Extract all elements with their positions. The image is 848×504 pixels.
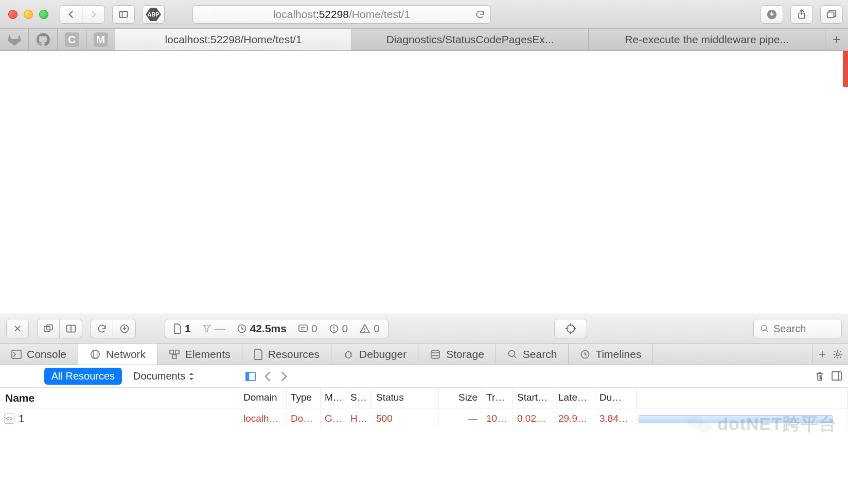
reload-button[interactable] — [475, 9, 485, 20]
pinned-tab-m[interactable]: M — [86, 29, 115, 50]
storage-icon — [430, 349, 441, 359]
col-header-type[interactable]: Type — [287, 388, 321, 408]
dock-side-button[interactable] — [60, 319, 82, 338]
col-header-latency[interactable]: Late… — [554, 388, 595, 408]
col-header-size[interactable]: Size — [439, 388, 482, 408]
cell-scheme: H… — [346, 410, 372, 427]
debugger-icon — [343, 349, 354, 359]
trash-icon — [815, 371, 824, 382]
devtab-timelines[interactable]: Timelines — [569, 344, 653, 365]
svg-rect-12 — [299, 325, 307, 332]
chevron-right-icon — [280, 371, 288, 382]
cell-timeline-bar — [637, 410, 848, 427]
svg-rect-27 — [12, 350, 21, 358]
network-table-row[interactable]: <> 1 localh… Doc… G… H… 500 — 10… 0.02… … — [0, 408, 848, 429]
scroll-indicator[interactable] — [843, 51, 848, 87]
new-tab-button[interactable] — [825, 29, 848, 50]
search-input[interactable] — [773, 323, 830, 335]
cell-transferred: 10… — [482, 410, 513, 427]
tabs-overview-button[interactable] — [820, 5, 843, 24]
console-logs-count[interactable]: 0 — [298, 322, 317, 335]
document-type-icon: <> — [4, 413, 14, 424]
devtab-storage[interactable]: Storage — [418, 344, 496, 365]
prev-request-button[interactable] — [264, 371, 271, 382]
devtab-label: Elements — [185, 348, 231, 361]
search-icon — [760, 324, 769, 333]
svg-line-26 — [766, 330, 768, 332]
close-devtools-button[interactable] — [6, 319, 29, 338]
toggle-details-pane[interactable] — [245, 372, 256, 381]
address-bar[interactable]: localhost:52298/Home/test/1 — [192, 5, 491, 24]
gear-icon — [833, 349, 843, 359]
open-tabs: localhost:52298/Home/test/1 Diagnostics/… — [115, 29, 825, 50]
col-header-scheme[interactable]: S… — [346, 388, 372, 408]
clear-button[interactable] — [815, 371, 824, 382]
devtab-search[interactable]: Search — [496, 344, 569, 365]
svg-point-40 — [431, 350, 439, 352]
cell-status: 500 — [372, 410, 439, 427]
tab-1[interactable]: Diagnostics/StatusCodePagesEx... — [352, 29, 589, 50]
col-header-domain[interactable]: Domain — [239, 388, 287, 408]
timeline-segment — [639, 415, 833, 423]
col-header-status[interactable]: Status — [372, 388, 439, 408]
pinned-tab-github[interactable] — [29, 29, 58, 50]
letter-c-icon: C — [65, 32, 79, 47]
minimize-window-button[interactable] — [24, 10, 33, 19]
download-har-button[interactable] — [113, 319, 136, 338]
tab-2[interactable]: Re-execute the middleware pipe... — [589, 29, 825, 50]
download-circle-icon — [119, 323, 130, 334]
toggle-right-pane[interactable] — [832, 371, 842, 382]
dock-buttons — [37, 319, 82, 338]
network-table-header: Name Domain Type M… S… Status Size Tra… … — [0, 388, 848, 408]
col-header-name[interactable]: Name — [0, 388, 239, 408]
devtab-elements[interactable]: Elements — [157, 344, 242, 365]
forward-button[interactable] — [82, 5, 105, 24]
chevron-left-icon — [264, 371, 271, 382]
devtab-debugger[interactable]: Debugger — [331, 344, 418, 365]
document-icon — [173, 323, 182, 334]
devtab-network[interactable]: Network — [78, 344, 157, 365]
svg-point-17 — [333, 330, 334, 331]
tab-0[interactable]: localhost:52298/Home/test/1 — [115, 29, 352, 50]
documents-dropdown[interactable]: Documents — [133, 370, 195, 382]
svg-rect-0 — [120, 11, 128, 17]
next-request-button[interactable] — [280, 371, 288, 382]
close-window-button[interactable] — [8, 10, 17, 19]
zoom-window-button[interactable] — [39, 10, 48, 19]
devtab-label: Timelines — [595, 348, 641, 361]
adblock-button[interactable]: ABP — [142, 5, 165, 24]
add-tab-button[interactable] — [818, 350, 826, 358]
all-resources-chip[interactable]: All Resources — [44, 368, 122, 385]
element-picker-button[interactable] — [554, 319, 587, 338]
devtools-search[interactable] — [753, 319, 842, 338]
devtab-label: Network — [106, 348, 146, 361]
pinned-tab-gitlab[interactable] — [0, 29, 29, 50]
col-header-timeline[interactable] — [637, 388, 848, 408]
devtabs-end — [812, 344, 848, 365]
sidebar-toggle-button[interactable] — [112, 5, 135, 24]
load-time: 42.5ms — [237, 322, 287, 335]
settings-button[interactable] — [833, 349, 843, 359]
col-header-start[interactable]: Start… — [513, 388, 554, 408]
svg-point-28 — [91, 350, 100, 358]
console-errors-count[interactable]: 0 — [359, 322, 380, 335]
back-button[interactable] — [60, 5, 82, 24]
console-warnings-count[interactable]: 0 — [329, 322, 348, 335]
col-header-transferred[interactable]: Tra… — [482, 388, 513, 408]
svg-point-44 — [836, 353, 839, 356]
tab-label: Diagnostics/StatusCodePagesEx... — [386, 33, 554, 46]
reload-ignore-cache-button[interactable] — [91, 319, 113, 338]
filter-toggle[interactable]: — — [202, 322, 225, 335]
downloads-button[interactable] — [761, 5, 783, 24]
svg-point-34 — [346, 351, 351, 358]
plus-icon — [832, 35, 841, 44]
dock-undock-button[interactable] — [37, 319, 60, 338]
share-button[interactable] — [790, 5, 813, 24]
plus-icon — [818, 350, 826, 358]
col-header-duration[interactable]: Du… — [595, 388, 637, 408]
pinned-tab-c[interactable]: C — [58, 29, 86, 50]
col-header-method[interactable]: M… — [321, 388, 346, 408]
devtab-resources[interactable]: Resources — [242, 344, 331, 365]
sidebar-icon — [118, 9, 129, 20]
devtab-console[interactable]: Console — [0, 344, 78, 365]
